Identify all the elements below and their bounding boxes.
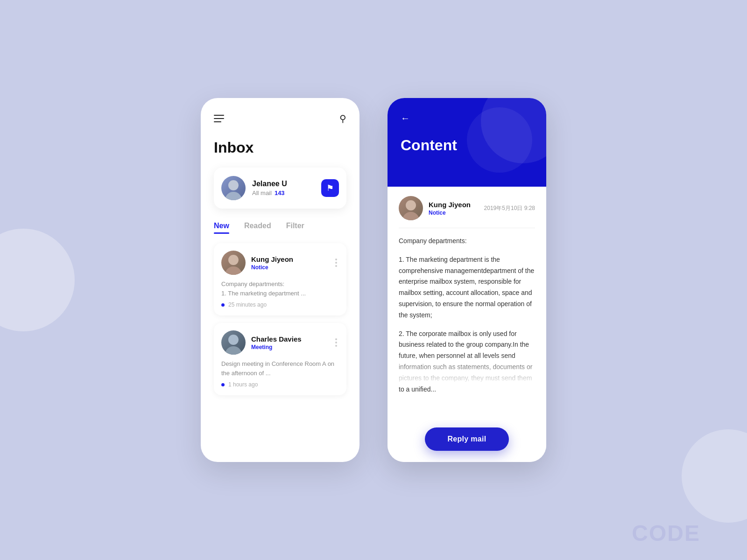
content-avatar [399, 196, 423, 220]
content-mail-date: 2019年5月10日 9:28 [484, 204, 535, 212]
avatar-charles [221, 330, 246, 355]
mail-time-2: 1 hours ago [221, 381, 339, 388]
mail-item-1-header: Kung Jiyeon Notice [221, 251, 339, 275]
tab-new[interactable]: New [214, 222, 229, 234]
tab-readed[interactable]: Readed [244, 222, 271, 234]
user-info: Jelanee U All mail 143 [252, 180, 315, 196]
content-paragraph-0: Company departments: [399, 236, 535, 247]
reply-mail-button[interactable]: Reply mail [425, 427, 508, 451]
mail-tag-2: Meeting [251, 344, 328, 350]
bg-circle-right [682, 429, 747, 523]
mail-options-1[interactable] [333, 257, 339, 269]
bg-circle-left [0, 229, 75, 331]
unread-dot-2 [221, 383, 225, 386]
content-mail-text: Company departments: 1. The marketing de… [399, 236, 535, 395]
back-button[interactable]: ← [401, 113, 410, 124]
inbox-title: Inbox [214, 139, 346, 156]
svg-point-7 [406, 200, 416, 210]
watermark: CODE [632, 520, 700, 546]
mail-sender-1: Kung Jiyeon [251, 255, 328, 263]
reply-btn-container: Reply mail [388, 420, 546, 462]
flag-button[interactable] [321, 179, 339, 197]
mail-item-2[interactable]: Charles Davies Meeting Design meeting in… [214, 323, 346, 395]
content-paragraph-2: 2. The corporate mailbox is only used fo… [399, 329, 535, 395]
content-body: Kung Jiyeon Notice 2019年5月10日 9:28 Compa… [388, 187, 546, 420]
mail-preview-1: Company departments:1. The marketing dep… [221, 280, 339, 298]
unread-dot-1 [221, 303, 225, 307]
mail-item-1[interactable]: Kung Jiyeon Notice Company departments:1… [214, 243, 346, 315]
mail-tag-1: Notice [251, 264, 328, 271]
content-header: ← Content [388, 98, 546, 187]
content-sender-row: Kung Jiyeon Notice 2019年5月10日 9:28 [399, 196, 535, 220]
mail-preview-2: Design meeting in Conference Room A on t… [221, 359, 339, 378]
mail-time-1: 25 minutes ago [221, 301, 339, 308]
content-divider [399, 228, 535, 228]
svg-point-1 [228, 180, 239, 190]
avatar [221, 176, 246, 200]
content-sender-details: Kung Jiyeon Notice [429, 201, 479, 216]
mail-count: 143 [275, 189, 285, 196]
svg-point-0 [225, 192, 242, 200]
content-sender-tag: Notice [429, 210, 479, 216]
mail-item-2-info: Charles Davies Meeting [251, 335, 328, 350]
content-sender-name: Kung Jiyeon [429, 201, 479, 209]
mail-item-1-info: Kung Jiyeon Notice [251, 255, 328, 271]
user-name: Jelanee U [252, 180, 315, 188]
content-title: Content [401, 137, 533, 154]
user-mail-row: All mail 143 [252, 189, 315, 196]
svg-point-3 [228, 255, 239, 265]
mail-sender-2: Charles Davies [251, 335, 328, 343]
screens-container: ⚲ Inbox Jelanee U All mail 143 [201, 98, 546, 462]
menu-icon[interactable] [214, 115, 224, 122]
tab-filter[interactable]: Filter [286, 222, 304, 234]
content-paragraph-1: 1. The marketing department is the compr… [399, 254, 535, 321]
svg-point-5 [228, 335, 239, 345]
svg-point-6 [402, 212, 419, 220]
avatar-kung [221, 251, 246, 275]
user-card: Jelanee U All mail 143 [214, 168, 346, 209]
mail-label: All mail [252, 189, 272, 196]
inbox-header: ⚲ [214, 113, 346, 124]
mail-item-2-header: Charles Davies Meeting [221, 330, 339, 355]
svg-point-2 [225, 266, 242, 275]
inbox-tabs: New Readed Filter [214, 222, 346, 234]
svg-point-4 [225, 346, 242, 355]
mail-options-2[interactable] [333, 336, 339, 349]
content-screen: ← Content Kung Jiyeon Notice 2019年5月10日 … [388, 98, 546, 462]
search-icon[interactable]: ⚲ [339, 113, 346, 124]
inbox-screen: ⚲ Inbox Jelanee U All mail 143 [201, 98, 359, 462]
